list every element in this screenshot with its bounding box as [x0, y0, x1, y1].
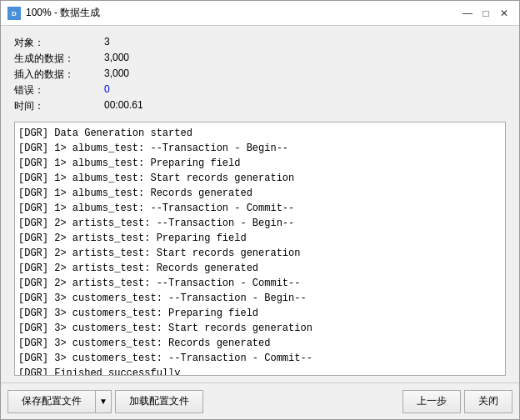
- log-line: [DGR] 1> albums_test: Records generated: [18, 186, 502, 201]
- main-window: D 100% - 数据生成 — □ ✕ 对象： 3 生成的数据： 3,000 插…: [0, 0, 520, 420]
- log-line: [DGR] 2> artists_test: Preparing field: [18, 231, 502, 246]
- content-area: 对象： 3 生成的数据： 3,000 插入的数据： 3,000 错误： 0 时间…: [1, 26, 519, 382]
- info-section: 对象： 3 生成的数据： 3,000 插入的数据： 3,000 错误： 0 时间…: [14, 36, 506, 113]
- log-line: [DGR] 3> customers_test: Start records g…: [18, 321, 502, 336]
- log-line: [DGR] 3> customers_test: Records generat…: [18, 336, 502, 351]
- save-config-button[interactable]: 保存配置文件: [8, 390, 95, 413]
- log-line: [DGR] 3> customers_test: Preparing field: [18, 306, 502, 321]
- save-config-dropdown-button[interactable]: ▼: [95, 390, 112, 413]
- log-line: [DGR] 3> customers_test: --Transaction -…: [18, 351, 502, 366]
- title-bar: D 100% - 数据生成 — □ ✕: [1, 1, 519, 26]
- maximize-button[interactable]: □: [478, 5, 494, 22]
- target-label: 对象：: [14, 36, 98, 50]
- log-line: [DGR] 2> artists_test: --Transaction - C…: [18, 276, 502, 291]
- inserted-value: 3,000: [104, 68, 506, 82]
- footer-right: 上一步 关闭: [402, 390, 512, 413]
- prev-step-button[interactable]: 上一步: [402, 390, 461, 413]
- log-line: [DGR] 2> artists_test: --Transaction - B…: [18, 216, 502, 231]
- log-line: [DGR] 1> albums_test: --Transaction - Be…: [18, 141, 502, 156]
- generated-label: 生成的数据：: [14, 52, 98, 66]
- close-window-button[interactable]: ✕: [496, 5, 512, 22]
- log-line: [DGR] 2> artists_test: Start records gen…: [18, 246, 502, 261]
- log-line: [DGR] Finished successfully: [18, 366, 502, 376]
- app-icon: D: [8, 7, 21, 20]
- log-line: [DGR] Data Generation started: [18, 126, 502, 141]
- time-label: 时间：: [14, 99, 98, 113]
- log-line: [DGR] 3> customers_test: --Transaction -…: [18, 291, 502, 306]
- window-title: 100% - 数据生成: [26, 6, 100, 20]
- title-bar-left: D 100% - 数据生成: [8, 6, 100, 20]
- save-config-group: 保存配置文件 ▼: [8, 390, 112, 413]
- log-line: [DGR] 1> albums_test: Preparing field: [18, 156, 502, 171]
- log-line: [DGR] 1> albums_test: Start records gene…: [18, 171, 502, 186]
- inserted-label: 插入的数据：: [14, 68, 98, 82]
- target-value: 3: [104, 36, 506, 50]
- errors-value: 0: [104, 83, 506, 98]
- title-controls: — □ ✕: [459, 5, 512, 22]
- errors-label: 错误：: [14, 83, 98, 98]
- footer: 保存配置文件 ▼ 加载配置文件 上一步 关闭: [1, 382, 519, 419]
- log-line: [DGR] 1> albums_test: --Transaction - Co…: [18, 201, 502, 216]
- load-config-button[interactable]: 加载配置文件: [115, 390, 203, 413]
- svg-text:D: D: [12, 10, 17, 18]
- time-value: 00:00.61: [104, 99, 506, 113]
- log-output[interactable]: [DGR] Data Generation started[DGR] 1> al…: [14, 122, 506, 376]
- log-line: [DGR] 2> artists_test: Records generated: [18, 261, 502, 276]
- minimize-button[interactable]: —: [459, 5, 476, 22]
- generated-value: 3,000: [104, 52, 506, 66]
- close-button[interactable]: 关闭: [464, 390, 512, 413]
